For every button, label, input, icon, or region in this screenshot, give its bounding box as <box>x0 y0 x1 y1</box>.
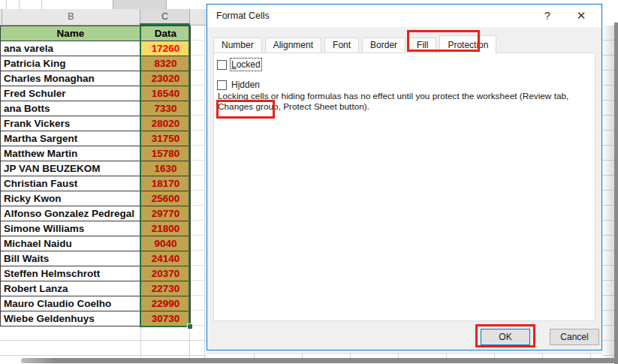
table-row: Patricia King8320 <box>1 56 191 71</box>
sheet-right-of-dialog <box>602 26 614 358</box>
dialog-title: Format Cells <box>216 5 270 27</box>
table-header-row: Name Data <box>1 26 191 41</box>
locked-checkbox[interactable] <box>217 60 227 70</box>
hidden-label[interactable]: Hidden <box>231 80 260 90</box>
data-cell[interactable]: 17260 <box>141 41 191 56</box>
name-cell[interactable]: Bill Waits <box>1 251 141 266</box>
table-row: Mauro Claudio Coelho22990 <box>1 296 191 311</box>
locked-row: Locked <box>217 59 261 70</box>
table-row: Robert Lanza22730 <box>1 281 191 296</box>
data-cell[interactable]: 8320 <box>141 56 191 71</box>
data-cell[interactable]: 22730 <box>141 281 191 296</box>
hidden-checkbox[interactable] <box>217 80 227 90</box>
data-cell[interactable]: 15780 <box>141 146 191 161</box>
dialog-titlebar[interactable]: Format Cells ? ✕ <box>207 5 601 27</box>
gridline <box>204 9 205 358</box>
name-cell[interactable]: Mauro Claudio Coelho <box>1 296 141 311</box>
selection-border-left <box>140 25 141 327</box>
ok-button[interactable]: OK <box>481 329 530 345</box>
protection-description: Locking cells or hiding formulas has no … <box>218 92 568 112</box>
name-header-cell[interactable]: Name <box>1 26 141 41</box>
data-cell[interactable]: 31750 <box>141 131 191 146</box>
excel-screen: B C Name Data ana varela17260Patricia Ki… <box>0 0 618 364</box>
name-cell[interactable]: Wiebe Geldenhuys <box>1 311 141 326</box>
data-cell[interactable]: 24140 <box>141 251 191 266</box>
name-cell[interactable]: Michael Naidu <box>1 236 141 251</box>
table-row: Michael Naidu9040 <box>1 236 191 251</box>
tab-font[interactable]: Font <box>324 38 359 53</box>
table-row: Martha Sargent31750 <box>1 131 191 146</box>
data-cell[interactable]: 18170 <box>141 176 191 191</box>
data-cell[interactable]: 30730 <box>141 311 191 326</box>
table-row: JP VAN BEUZEKOM1630 <box>1 161 191 176</box>
gridline <box>0 355 207 356</box>
tab-number[interactable]: Number <box>213 38 262 53</box>
locked-label[interactable]: Locked <box>231 59 261 70</box>
data-cell[interactable]: 29770 <box>141 206 191 221</box>
selection-border-right <box>188 25 190 327</box>
tab-alignment[interactable]: Alignment <box>265 38 321 53</box>
table-row: Ricky Kwon25600 <box>1 191 191 206</box>
table-row: Matthew Martin15780 <box>1 146 191 161</box>
data-table: Name Data ana varela17260Patricia King83… <box>0 26 191 326</box>
name-cell[interactable]: JP VAN BEUZEKOM <box>1 161 141 176</box>
selection-fill-handle[interactable] <box>187 323 192 329</box>
name-cell[interactable]: Robert Lanza <box>1 281 141 296</box>
close-icon[interactable]: ✕ <box>570 5 592 27</box>
table-row: Bill Waits24140 <box>1 251 191 266</box>
format-cells-dialog: Format Cells ? ✕ NumberAlignmentFontBord… <box>207 4 602 350</box>
name-cell[interactable]: Fred Schuler <box>1 86 141 101</box>
tab-fill[interactable]: Fill <box>408 38 436 53</box>
name-cell[interactable]: ana varela <box>1 41 141 56</box>
column-header-B[interactable]: B <box>2 9 140 26</box>
selected-column-underline <box>140 23 190 26</box>
gridlines-column-d <box>191 26 204 326</box>
gridline <box>140 326 141 358</box>
name-cell[interactable]: Matthew Martin <box>1 146 141 161</box>
tab-protection[interactable]: Protection <box>439 35 496 54</box>
table-row: Steffen Helmschrott20370 <box>1 266 191 281</box>
sheet-below-dialog <box>207 353 602 358</box>
gridline <box>0 340 207 341</box>
data-cell[interactable]: 7330 <box>141 101 191 116</box>
data-cell[interactable]: 21800 <box>141 221 191 236</box>
name-cell[interactable]: Christian Faust <box>1 176 141 191</box>
data-cell[interactable]: 16540 <box>141 86 191 101</box>
name-cell[interactable]: Ricky Kwon <box>1 191 141 206</box>
data-cell[interactable]: 20370 <box>141 266 191 281</box>
data-cell[interactable]: 22990 <box>141 296 191 311</box>
data-cell[interactable]: 23020 <box>141 71 191 86</box>
window-edge-bottom <box>21 358 618 363</box>
name-cell[interactable]: Martha Sargent <box>1 131 141 146</box>
top-strip-box <box>113 0 167 9</box>
data-cell[interactable]: 1630 <box>141 161 191 176</box>
name-cell[interactable]: ana Botts <box>1 101 141 116</box>
gridline <box>189 326 190 358</box>
table-row: Frank Vickers28020 <box>1 116 191 131</box>
table-row: Simone Williams21800 <box>1 221 191 236</box>
data-cell[interactable]: 28020 <box>141 116 191 131</box>
table-row: Charles Monaghan23020 <box>1 71 191 86</box>
name-cell[interactable]: Patricia King <box>1 56 141 71</box>
data-header-cell[interactable]: Data <box>141 26 191 41</box>
name-cell[interactable]: Steffen Helmschrott <box>1 266 141 281</box>
cancel-button[interactable]: Cancel <box>550 329 599 345</box>
help-icon[interactable]: ? <box>536 5 559 27</box>
protection-tab-panel: Locked Hidden Locking cells or hiding fo… <box>213 53 595 321</box>
name-cell[interactable]: Charles Monaghan <box>1 71 141 86</box>
name-cell[interactable]: Frank Vickers <box>1 116 141 131</box>
tab-strip: NumberAlignmentFontBorderFillProtection <box>213 35 496 53</box>
table-row: Fred Schuler16540 <box>1 86 191 101</box>
window-edge-right <box>614 23 618 364</box>
divider <box>6 0 7 9</box>
selection-border-bottom <box>140 326 190 327</box>
table-body: ana varela17260Patricia King8320Charles … <box>1 41 191 326</box>
data-cell[interactable]: 9040 <box>141 236 191 251</box>
table-row: ana Botts7330 <box>1 101 191 116</box>
data-cell[interactable]: 25600 <box>141 191 191 206</box>
name-cell[interactable]: Simone Williams <box>1 221 141 236</box>
hidden-row: Hidden <box>217 80 260 90</box>
divider <box>19 0 20 9</box>
tab-border[interactable]: Border <box>362 38 405 53</box>
name-cell[interactable]: Alfonso Gonzalez Pedregal <box>1 206 141 221</box>
